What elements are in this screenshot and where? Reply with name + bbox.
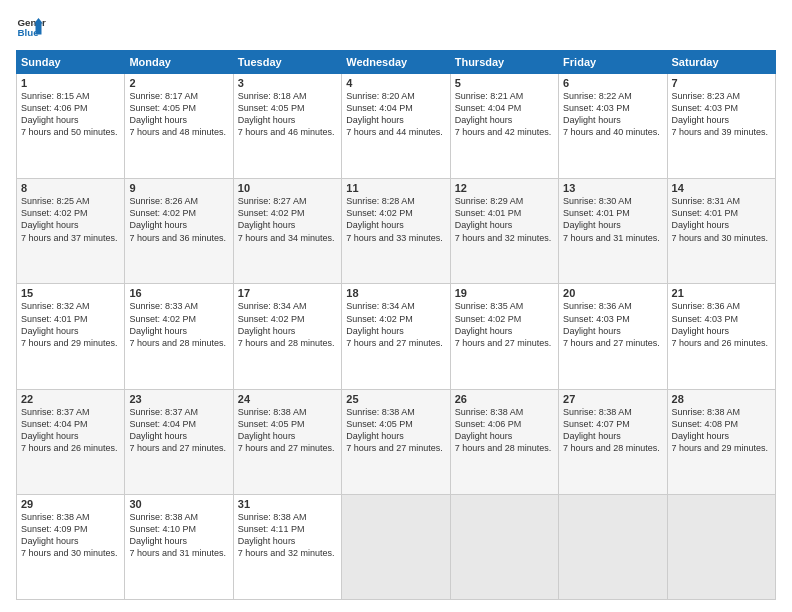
day-number: 21 bbox=[672, 287, 771, 299]
calendar-week: 29 Sunrise: 8:38 AM Sunset: 4:09 PM Dayl… bbox=[17, 494, 776, 599]
calendar-cell: 17 Sunrise: 8:34 AM Sunset: 4:02 PM Dayl… bbox=[233, 284, 341, 389]
day-number: 9 bbox=[129, 182, 228, 194]
day-info: Sunrise: 8:25 AM Sunset: 4:02 PM Dayligh… bbox=[21, 195, 120, 244]
calendar-cell: 21 Sunrise: 8:36 AM Sunset: 4:03 PM Dayl… bbox=[667, 284, 775, 389]
day-info: Sunrise: 8:23 AM Sunset: 4:03 PM Dayligh… bbox=[672, 90, 771, 139]
calendar-cell: 23 Sunrise: 8:37 AM Sunset: 4:04 PM Dayl… bbox=[125, 389, 233, 494]
day-number: 16 bbox=[129, 287, 228, 299]
calendar-cell: 20 Sunrise: 8:36 AM Sunset: 4:03 PM Dayl… bbox=[559, 284, 667, 389]
day-info: Sunrise: 8:18 AM Sunset: 4:05 PM Dayligh… bbox=[238, 90, 337, 139]
calendar-cell: 28 Sunrise: 8:38 AM Sunset: 4:08 PM Dayl… bbox=[667, 389, 775, 494]
calendar-week: 15 Sunrise: 8:32 AM Sunset: 4:01 PM Dayl… bbox=[17, 284, 776, 389]
calendar-cell: 15 Sunrise: 8:32 AM Sunset: 4:01 PM Dayl… bbox=[17, 284, 125, 389]
logo-icon: General Blue bbox=[16, 12, 46, 42]
calendar-cell: 14 Sunrise: 8:31 AM Sunset: 4:01 PM Dayl… bbox=[667, 179, 775, 284]
day-info: Sunrise: 8:30 AM Sunset: 4:01 PM Dayligh… bbox=[563, 195, 662, 244]
calendar-cell: 12 Sunrise: 8:29 AM Sunset: 4:01 PM Dayl… bbox=[450, 179, 558, 284]
page: General Blue SundayMondayTuesdayWednesda… bbox=[0, 0, 792, 612]
day-number: 7 bbox=[672, 77, 771, 89]
day-info: Sunrise: 8:29 AM Sunset: 4:01 PM Dayligh… bbox=[455, 195, 554, 244]
calendar-week: 22 Sunrise: 8:37 AM Sunset: 4:04 PM Dayl… bbox=[17, 389, 776, 494]
day-info: Sunrise: 8:20 AM Sunset: 4:04 PM Dayligh… bbox=[346, 90, 445, 139]
day-info: Sunrise: 8:36 AM Sunset: 4:03 PM Dayligh… bbox=[563, 300, 662, 349]
day-info: Sunrise: 8:37 AM Sunset: 4:04 PM Dayligh… bbox=[21, 406, 120, 455]
day-info: Sunrise: 8:35 AM Sunset: 4:02 PM Dayligh… bbox=[455, 300, 554, 349]
svg-text:General: General bbox=[18, 17, 47, 28]
day-info: Sunrise: 8:34 AM Sunset: 4:02 PM Dayligh… bbox=[238, 300, 337, 349]
day-info: Sunrise: 8:15 AM Sunset: 4:06 PM Dayligh… bbox=[21, 90, 120, 139]
calendar-cell: 25 Sunrise: 8:38 AM Sunset: 4:05 PM Dayl… bbox=[342, 389, 450, 494]
day-number: 30 bbox=[129, 498, 228, 510]
calendar-cell bbox=[342, 494, 450, 599]
day-number: 8 bbox=[21, 182, 120, 194]
calendar-cell: 10 Sunrise: 8:27 AM Sunset: 4:02 PM Dayl… bbox=[233, 179, 341, 284]
day-number: 23 bbox=[129, 393, 228, 405]
day-info: Sunrise: 8:32 AM Sunset: 4:01 PM Dayligh… bbox=[21, 300, 120, 349]
logo: General Blue bbox=[16, 12, 46, 42]
weekday-header: Monday bbox=[125, 51, 233, 74]
day-number: 24 bbox=[238, 393, 337, 405]
day-number: 5 bbox=[455, 77, 554, 89]
day-info: Sunrise: 8:38 AM Sunset: 4:05 PM Dayligh… bbox=[238, 406, 337, 455]
calendar-cell: 2 Sunrise: 8:17 AM Sunset: 4:05 PM Dayli… bbox=[125, 74, 233, 179]
calendar-cell: 16 Sunrise: 8:33 AM Sunset: 4:02 PM Dayl… bbox=[125, 284, 233, 389]
day-number: 25 bbox=[346, 393, 445, 405]
calendar-cell: 4 Sunrise: 8:20 AM Sunset: 4:04 PM Dayli… bbox=[342, 74, 450, 179]
day-number: 1 bbox=[21, 77, 120, 89]
header: General Blue bbox=[16, 12, 776, 42]
calendar-cell: 19 Sunrise: 8:35 AM Sunset: 4:02 PM Dayl… bbox=[450, 284, 558, 389]
calendar-cell: 31 Sunrise: 8:38 AM Sunset: 4:11 PM Dayl… bbox=[233, 494, 341, 599]
day-info: Sunrise: 8:27 AM Sunset: 4:02 PM Dayligh… bbox=[238, 195, 337, 244]
day-number: 29 bbox=[21, 498, 120, 510]
day-number: 14 bbox=[672, 182, 771, 194]
day-info: Sunrise: 8:38 AM Sunset: 4:06 PM Dayligh… bbox=[455, 406, 554, 455]
calendar-week: 8 Sunrise: 8:25 AM Sunset: 4:02 PM Dayli… bbox=[17, 179, 776, 284]
day-number: 22 bbox=[21, 393, 120, 405]
day-number: 17 bbox=[238, 287, 337, 299]
day-number: 15 bbox=[21, 287, 120, 299]
calendar-cell: 29 Sunrise: 8:38 AM Sunset: 4:09 PM Dayl… bbox=[17, 494, 125, 599]
day-info: Sunrise: 8:38 AM Sunset: 4:08 PM Dayligh… bbox=[672, 406, 771, 455]
weekday-header: Wednesday bbox=[342, 51, 450, 74]
day-number: 3 bbox=[238, 77, 337, 89]
calendar-cell: 13 Sunrise: 8:30 AM Sunset: 4:01 PM Dayl… bbox=[559, 179, 667, 284]
day-info: Sunrise: 8:21 AM Sunset: 4:04 PM Dayligh… bbox=[455, 90, 554, 139]
day-info: Sunrise: 8:37 AM Sunset: 4:04 PM Dayligh… bbox=[129, 406, 228, 455]
day-number: 19 bbox=[455, 287, 554, 299]
day-info: Sunrise: 8:26 AM Sunset: 4:02 PM Dayligh… bbox=[129, 195, 228, 244]
calendar-cell: 9 Sunrise: 8:26 AM Sunset: 4:02 PM Dayli… bbox=[125, 179, 233, 284]
calendar-cell: 3 Sunrise: 8:18 AM Sunset: 4:05 PM Dayli… bbox=[233, 74, 341, 179]
weekday-header: Sunday bbox=[17, 51, 125, 74]
calendar-cell bbox=[667, 494, 775, 599]
calendar-cell: 11 Sunrise: 8:28 AM Sunset: 4:02 PM Dayl… bbox=[342, 179, 450, 284]
day-number: 26 bbox=[455, 393, 554, 405]
calendar-cell: 27 Sunrise: 8:38 AM Sunset: 4:07 PM Dayl… bbox=[559, 389, 667, 494]
day-number: 11 bbox=[346, 182, 445, 194]
calendar-cell: 18 Sunrise: 8:34 AM Sunset: 4:02 PM Dayl… bbox=[342, 284, 450, 389]
calendar-cell bbox=[559, 494, 667, 599]
day-number: 6 bbox=[563, 77, 662, 89]
day-info: Sunrise: 8:28 AM Sunset: 4:02 PM Dayligh… bbox=[346, 195, 445, 244]
calendar-cell bbox=[450, 494, 558, 599]
day-number: 18 bbox=[346, 287, 445, 299]
day-info: Sunrise: 8:36 AM Sunset: 4:03 PM Dayligh… bbox=[672, 300, 771, 349]
day-info: Sunrise: 8:38 AM Sunset: 4:11 PM Dayligh… bbox=[238, 511, 337, 560]
calendar-cell: 8 Sunrise: 8:25 AM Sunset: 4:02 PM Dayli… bbox=[17, 179, 125, 284]
day-number: 2 bbox=[129, 77, 228, 89]
day-info: Sunrise: 8:22 AM Sunset: 4:03 PM Dayligh… bbox=[563, 90, 662, 139]
day-number: 4 bbox=[346, 77, 445, 89]
day-info: Sunrise: 8:31 AM Sunset: 4:01 PM Dayligh… bbox=[672, 195, 771, 244]
day-info: Sunrise: 8:38 AM Sunset: 4:09 PM Dayligh… bbox=[21, 511, 120, 560]
calendar: SundayMondayTuesdayWednesdayThursdayFrid… bbox=[16, 50, 776, 600]
weekday-header: Saturday bbox=[667, 51, 775, 74]
day-info: Sunrise: 8:38 AM Sunset: 4:07 PM Dayligh… bbox=[563, 406, 662, 455]
day-info: Sunrise: 8:38 AM Sunset: 4:10 PM Dayligh… bbox=[129, 511, 228, 560]
day-info: Sunrise: 8:34 AM Sunset: 4:02 PM Dayligh… bbox=[346, 300, 445, 349]
day-info: Sunrise: 8:17 AM Sunset: 4:05 PM Dayligh… bbox=[129, 90, 228, 139]
calendar-cell: 7 Sunrise: 8:23 AM Sunset: 4:03 PM Dayli… bbox=[667, 74, 775, 179]
day-info: Sunrise: 8:33 AM Sunset: 4:02 PM Dayligh… bbox=[129, 300, 228, 349]
calendar-cell: 26 Sunrise: 8:38 AM Sunset: 4:06 PM Dayl… bbox=[450, 389, 558, 494]
calendar-week: 1 Sunrise: 8:15 AM Sunset: 4:06 PM Dayli… bbox=[17, 74, 776, 179]
calendar-cell: 5 Sunrise: 8:21 AM Sunset: 4:04 PM Dayli… bbox=[450, 74, 558, 179]
day-number: 13 bbox=[563, 182, 662, 194]
